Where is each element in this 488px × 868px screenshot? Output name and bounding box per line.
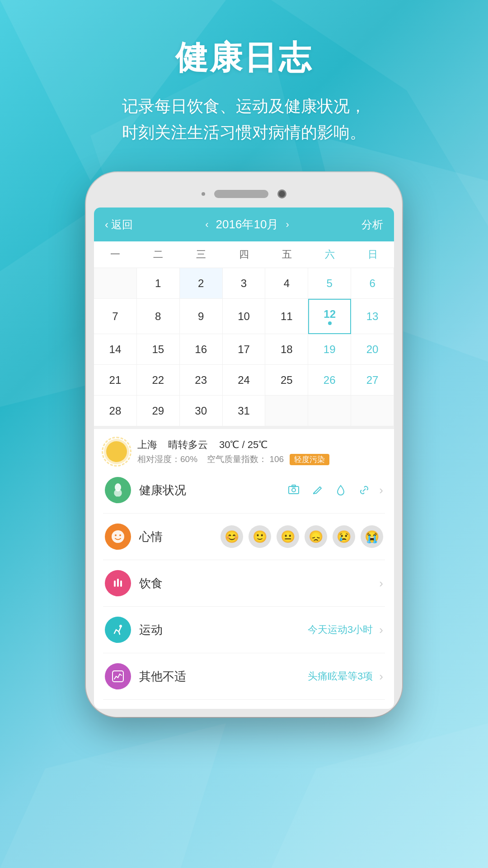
cal-cell-6[interactable]: 6 — [351, 268, 394, 299]
phone-notch — [94, 180, 394, 208]
weather-row: 上海 晴转多云 30℃ / 25℃ 相对湿度：60% 空气质量指数： 106 — [103, 438, 385, 465]
phone-outer: ‹ 返回 ‹ 2016年10月 › 分析 一 二 三 四 五 六 — [86, 172, 402, 717]
edit-action-icon[interactable] — [309, 481, 326, 499]
analyze-button[interactable]: 分析 — [361, 217, 383, 232]
weekday-tue: 二 — [137, 241, 180, 268]
aqi-value: 106 — [269, 454, 284, 464]
cal-cell-1[interactable]: 1 — [137, 268, 180, 299]
svg-rect-18 — [113, 671, 123, 682]
cal-cell-2[interactable]: 2 — [180, 268, 223, 299]
cal-cell-empty-5a — [265, 396, 308, 426]
cal-cell-12-today[interactable]: 12 — [308, 299, 351, 334]
month-navigation: ‹ 2016年10月 › — [205, 217, 289, 232]
cal-cell-31[interactable]: 31 — [223, 396, 266, 426]
cal-cell-24[interactable]: 24 — [223, 365, 266, 396]
exercise-chevron-icon: › — [379, 623, 383, 637]
pollution-badge: 轻度污染 — [290, 454, 329, 465]
diet-icon — [105, 570, 131, 596]
list-item-diet[interactable]: 饮食 › — [103, 560, 385, 607]
weekday-sat: 六 — [308, 241, 351, 268]
header-title: 健康日志 — [0, 36, 488, 80]
month-label: 2016年10月 — [216, 217, 279, 232]
cal-cell-29[interactable]: 29 — [137, 396, 180, 426]
calendar-grid: 1 2 3 4 5 6 7 8 9 10 11 12 13 — [94, 268, 394, 426]
back-chevron-icon: ‹ — [105, 218, 108, 231]
list-item-exercise[interactable]: 运动 今天运动3小时 › — [103, 607, 385, 653]
health-actions: › — [285, 481, 383, 499]
cal-cell-10[interactable]: 10 — [223, 299, 266, 334]
cal-cell-15[interactable]: 15 — [137, 334, 180, 365]
cal-cell-21[interactable]: 21 — [94, 365, 137, 396]
prev-month-button[interactable]: ‹ — [205, 219, 208, 231]
cal-cell-20[interactable]: 20 — [351, 334, 394, 365]
weather-info: 上海 晴转多云 30℃ / 25℃ 相对湿度：60% 空气质量指数： 106 — [137, 438, 385, 465]
drop-action-icon[interactable] — [332, 481, 349, 499]
cal-cell-3[interactable]: 3 — [223, 268, 266, 299]
cal-cell-26[interactable]: 26 — [308, 365, 351, 396]
cal-cell-13[interactable]: 13 — [351, 299, 394, 334]
city-label: 上海 — [137, 439, 157, 450]
cal-cell-16[interactable]: 16 — [180, 334, 223, 365]
cal-cell-9[interactable]: 9 — [180, 299, 223, 334]
list-item-symptoms[interactable]: 其他不适 头痛眩晕等3项 › — [103, 653, 385, 700]
phone-mockup: ‹ 返回 ‹ 2016年10月 › 分析 一 二 三 四 五 六 — [0, 172, 488, 717]
svg-rect-14 — [114, 580, 116, 587]
svg-rect-15 — [117, 579, 119, 587]
header-subtitle: 记录每日饮食、运动及健康状况， 时刻关注生活习惯对病情的影响。 — [0, 93, 488, 145]
link-action-icon[interactable] — [356, 481, 373, 499]
weather-temp: 30℃ / 25℃ — [219, 439, 267, 450]
next-month-button[interactable]: › — [286, 219, 289, 231]
mood-face-3[interactable]: 😐 — [277, 525, 299, 548]
cal-cell-17[interactable]: 17 — [223, 334, 266, 365]
weekday-thu: 四 — [223, 241, 266, 268]
diet-chevron-icon: › — [379, 576, 383, 590]
header-area: 健康日志 记录每日饮食、运动及健康状况， 时刻关注生活习惯对病情的影响。 — [0, 0, 488, 163]
mood-face-4[interactable]: 😞 — [305, 525, 327, 548]
mood-face-5[interactable]: 😢 — [333, 525, 355, 548]
mood-face-2[interactable]: 🙂 — [249, 525, 271, 548]
cal-cell-19[interactable]: 19 — [308, 334, 351, 365]
cal-cell-11[interactable]: 11 — [265, 299, 308, 334]
mood-icon — [105, 524, 131, 550]
sun-icon — [106, 441, 127, 462]
cal-cell-5[interactable]: 5 — [308, 268, 351, 299]
app-header: ‹ 返回 ‹ 2016年10月 › 分析 — [94, 208, 394, 241]
symptoms-label: 其他不适 — [139, 669, 300, 684]
calendar: 一 二 三 四 五 六 日 1 2 3 4 5 6 — [94, 241, 394, 426]
cal-cell-18[interactable]: 18 — [265, 334, 308, 365]
cal-cell-7[interactable]: 7 — [94, 299, 137, 334]
weekday-mon: 一 — [94, 241, 137, 268]
mood-faces: 😊 🙂 😐 😞 😢 😭 — [221, 525, 383, 548]
cal-cell-28[interactable]: 28 — [94, 396, 137, 426]
diet-label: 饮食 — [139, 576, 371, 591]
health-label: 健康状况 — [139, 482, 277, 498]
action-icons — [285, 481, 373, 499]
cal-cell-27[interactable]: 27 — [351, 365, 394, 396]
info-section: 上海 晴转多云 30℃ / 25℃ 相对湿度：60% 空气质量指数： 106 — [94, 426, 394, 709]
weather-icon-wrap — [103, 438, 130, 465]
back-button[interactable]: ‹ 返回 — [105, 217, 133, 232]
cal-cell-8[interactable]: 8 — [137, 299, 180, 334]
cal-cell-14[interactable]: 14 — [94, 334, 137, 365]
today-dot — [328, 321, 332, 325]
exercise-right: 今天运动3小时 › — [308, 623, 383, 637]
exercise-icon — [105, 617, 131, 643]
cal-cell-30[interactable]: 30 — [180, 396, 223, 426]
cal-cell-22[interactable]: 22 — [137, 365, 180, 396]
svg-marker-6 — [271, 723, 488, 868]
mood-face-1[interactable]: 😊 — [221, 525, 243, 548]
list-item-mood[interactable]: 心情 😊 🙂 😐 😞 😢 😭 — [103, 514, 385, 560]
mood-face-6[interactable]: 😭 — [361, 525, 383, 548]
cal-cell-25[interactable]: 25 — [265, 365, 308, 396]
list-item-health[interactable]: 健康状况 — [103, 467, 385, 514]
photo-action-icon[interactable] — [285, 481, 302, 499]
cal-cell-23[interactable]: 23 — [180, 365, 223, 396]
cal-cell-empty-5c — [351, 396, 394, 426]
exercise-hint: 今天运动3小时 — [308, 623, 373, 637]
diet-right: › — [379, 576, 383, 590]
cal-cell-4[interactable]: 4 — [265, 268, 308, 299]
svg-point-12 — [115, 534, 117, 536]
back-label[interactable]: 返回 — [111, 217, 133, 232]
svg-point-11 — [112, 530, 124, 543]
symptoms-chevron-icon: › — [379, 670, 383, 684]
